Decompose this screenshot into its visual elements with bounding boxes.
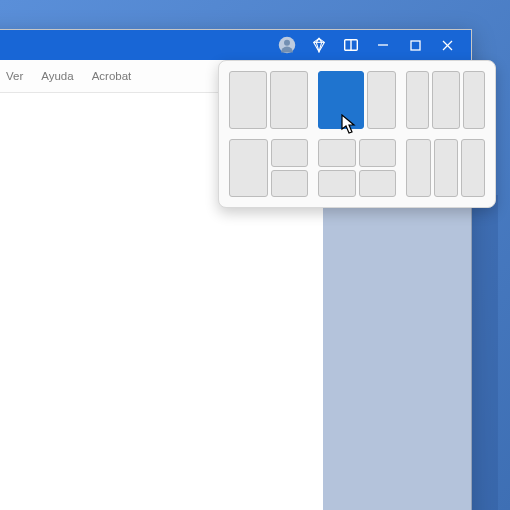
layout-option-left-stack[interactable] xyxy=(229,139,308,197)
minimize-button[interactable] xyxy=(367,30,399,60)
layout-option-2col[interactable] xyxy=(229,71,308,129)
layout-option-2col-wide[interactable] xyxy=(318,71,397,129)
snap-layout-flyout xyxy=(218,60,496,208)
layout-option-3col-tall[interactable] xyxy=(406,139,485,197)
tab-ver[interactable]: Ver xyxy=(6,70,23,82)
svg-point-1 xyxy=(284,40,290,46)
tab-ayuda[interactable]: Ayuda xyxy=(41,70,73,82)
account-avatar[interactable] xyxy=(271,30,303,60)
layout-option-3col[interactable] xyxy=(406,71,485,129)
premium-icon[interactable] xyxy=(303,30,335,60)
layout-option-quad[interactable] xyxy=(318,139,397,197)
title-bar xyxy=(0,30,471,60)
snap-zone-selected[interactable] xyxy=(318,71,364,129)
background-window-shadow xyxy=(323,195,498,510)
svg-rect-5 xyxy=(411,41,420,50)
close-button[interactable] xyxy=(431,30,463,60)
maximize-button[interactable] xyxy=(399,30,431,60)
snap-layouts-icon[interactable] xyxy=(335,30,367,60)
tab-acrobat[interactable]: Acrobat xyxy=(92,70,132,82)
